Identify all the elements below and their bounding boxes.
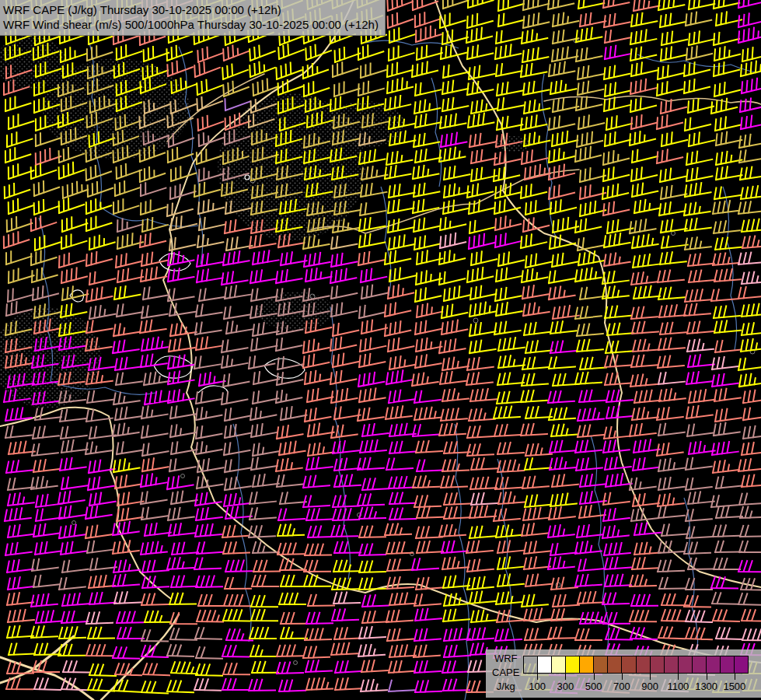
wind-barb	[550, 130, 578, 146]
legend-cell	[735, 656, 748, 673]
wind-barb	[440, 476, 467, 488]
wind-barb	[715, 506, 742, 518]
wind-barb	[194, 388, 222, 404]
wind-barb	[710, 288, 738, 301]
wind-barb	[578, 165, 606, 182]
wind-barb	[550, 492, 577, 506]
wind-barb	[631, 254, 659, 268]
wind-barb	[524, 628, 551, 640]
wind-barb	[573, 216, 601, 233]
wind-barb	[525, 443, 552, 456]
wind-barb	[113, 474, 141, 488]
wind-barb	[606, 405, 633, 418]
wind-barb	[683, 9, 711, 26]
wind-barb	[493, 213, 521, 230]
wind-barb	[438, 232, 466, 248]
wind-barb	[113, 559, 140, 572]
wind-barb	[357, 494, 384, 506]
wind-barb	[32, 232, 61, 250]
wind-barb	[686, 611, 712, 622]
wind-barb	[634, 390, 661, 403]
wind-barb	[389, 593, 416, 605]
wind-barb	[414, 495, 441, 507]
wind-barb	[577, 424, 604, 437]
wind-barb	[714, 558, 740, 569]
wind-barb	[683, 303, 710, 316]
wind-barb	[302, 251, 330, 267]
wind-barb	[305, 544, 331, 555]
wind-barb	[710, 441, 738, 455]
wind-barb	[385, 369, 413, 384]
wind-barb	[302, 646, 329, 658]
wind-barb	[59, 213, 88, 232]
wind-barb	[631, 457, 658, 471]
wind-barb	[662, 594, 688, 605]
wind-barb	[279, 593, 305, 604]
wind-barb	[330, 424, 358, 438]
wind-barb	[114, 214, 143, 232]
wind-barb	[414, 336, 442, 352]
wind-barb	[31, 425, 58, 439]
wind-barb	[414, 301, 442, 317]
wind-barb	[631, 320, 658, 334]
wind-barb	[387, 388, 415, 403]
wind-barb	[442, 164, 470, 180]
wind-barb	[574, 541, 602, 554]
wind-barb	[138, 197, 166, 215]
wind-barb	[438, 113, 466, 128]
wind-barb	[361, 594, 389, 607]
wind-barb	[438, 524, 466, 537]
wind-barb	[277, 524, 303, 536]
wind-barb	[384, 59, 413, 77]
wind-barb	[659, 129, 687, 146]
wind-barb	[518, 181, 546, 198]
wind-barb	[715, 541, 742, 552]
wind-barb	[497, 573, 524, 586]
wind-barb	[437, 10, 466, 28]
wind-barb	[306, 442, 334, 456]
wind-barb	[442, 608, 470, 621]
wind-barb	[166, 474, 194, 489]
wind-barb	[493, 231, 521, 247]
wind-barb	[494, 477, 522, 489]
wind-barb	[739, 541, 761, 552]
wind-barb	[711, 59, 739, 76]
wind-barb	[223, 457, 251, 472]
wind-barb	[331, 43, 360, 62]
wind-barb	[494, 114, 522, 130]
wind-barb	[114, 232, 142, 249]
wind-barb	[658, 505, 685, 518]
wind-barb	[687, 440, 715, 454]
wind-barb	[549, 320, 576, 334]
wind-barb	[522, 98, 550, 114]
wind-barb	[631, 595, 658, 606]
wind-barb	[713, 184, 741, 199]
wind-barb	[465, 266, 493, 282]
wind-barb	[412, 9, 441, 27]
wind-barb	[411, 215, 439, 232]
wind-barb	[410, 60, 438, 77]
wind-barb	[222, 250, 250, 265]
legend-cell	[594, 656, 608, 673]
wind-barb	[630, 180, 658, 197]
wind-barb	[657, 476, 684, 490]
wind-barb	[196, 664, 222, 676]
wind-barb	[632, 198, 660, 213]
wind-barb	[628, 28, 656, 44]
wind-barb	[358, 626, 386, 639]
wind-barb	[388, 679, 415, 691]
legend-tick	[678, 674, 679, 680]
wind-barb	[111, 540, 138, 554]
wind-barb	[4, 541, 31, 555]
wind-barb	[196, 541, 223, 554]
wind-barb	[466, 112, 494, 128]
wind-barb	[469, 249, 497, 265]
wind-barb	[1, 229, 30, 248]
wind-barb	[415, 526, 442, 538]
wind-barb	[466, 558, 494, 572]
wind-barb	[219, 60, 248, 79]
wind-barb	[55, 194, 84, 213]
wind-barb	[410, 163, 438, 179]
wind-barb	[329, 387, 357, 403]
wind-barb	[306, 612, 333, 624]
